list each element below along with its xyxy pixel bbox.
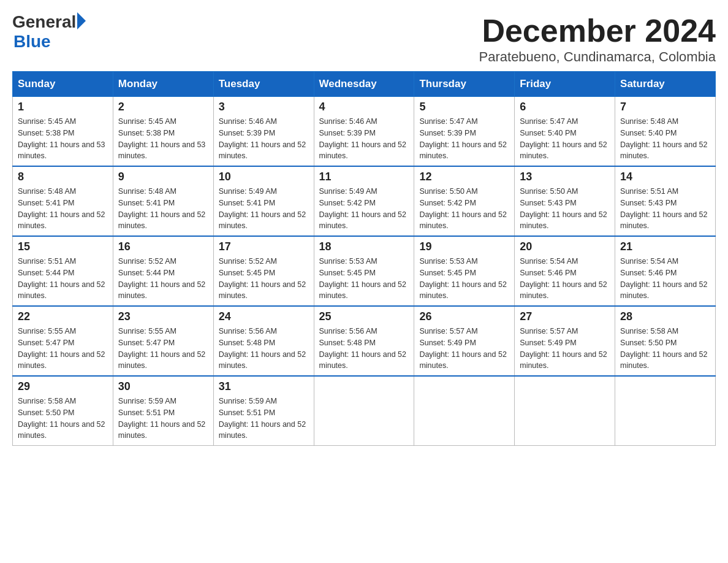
day-info: Sunrise: 5:52 AMSunset: 5:44 PMDaylight:…: [118, 256, 208, 302]
day-number: 4: [319, 101, 409, 113]
calendar-cell: 1Sunrise: 5:45 AMSunset: 5:38 PMDaylight…: [13, 97, 113, 167]
day-info: Sunrise: 5:48 AMSunset: 5:41 PMDaylight:…: [118, 186, 208, 232]
calendar-cell: 14Sunrise: 5:51 AMSunset: 5:43 PMDayligh…: [615, 166, 716, 236]
day-number: 26: [419, 310, 509, 323]
calendar-cell: 2Sunrise: 5:45 AMSunset: 5:38 PMDaylight…: [113, 97, 213, 167]
day-info: Sunrise: 5:55 AMSunset: 5:47 PMDaylight:…: [18, 326, 108, 372]
day-number: 22: [18, 310, 108, 323]
day-info: Sunrise: 5:56 AMSunset: 5:48 PMDaylight:…: [319, 326, 409, 372]
day-number: 5: [419, 101, 509, 113]
calendar-table: SundayMondayTuesdayWednesdayThursdayFrid…: [12, 71, 716, 446]
day-number: 11: [319, 170, 409, 183]
day-number: 16: [118, 240, 208, 253]
calendar-cell: 18Sunrise: 5:53 AMSunset: 5:45 PMDayligh…: [314, 236, 414, 306]
day-info: Sunrise: 5:53 AMSunset: 5:45 PMDaylight:…: [419, 256, 509, 302]
calendar-cell: 10Sunrise: 5:49 AMSunset: 5:41 PMDayligh…: [213, 166, 314, 236]
calendar-week-row: 22Sunrise: 5:55 AMSunset: 5:47 PMDayligh…: [13, 306, 716, 376]
day-number: 10: [219, 170, 309, 183]
calendar-cell: 28Sunrise: 5:58 AMSunset: 5:50 PMDayligh…: [615, 306, 716, 376]
day-info: Sunrise: 5:45 AMSunset: 5:38 PMDaylight:…: [18, 116, 108, 162]
calendar-cell: 30Sunrise: 5:59 AMSunset: 5:51 PMDayligh…: [113, 376, 213, 446]
calendar-cell: 11Sunrise: 5:49 AMSunset: 5:42 PMDayligh…: [314, 166, 414, 236]
day-number: 23: [118, 310, 208, 323]
day-number: 9: [118, 170, 208, 183]
calendar-cell: [515, 376, 615, 446]
page-header: General Blue December 2024 Paratebueno, …: [12, 12, 716, 65]
weekday-header-monday: Monday: [113, 72, 213, 97]
day-info: Sunrise: 5:54 AMSunset: 5:46 PMDaylight:…: [620, 256, 710, 302]
calendar-cell: [314, 376, 414, 446]
weekday-header-thursday: Thursday: [414, 72, 515, 97]
day-number: 24: [219, 310, 309, 323]
day-number: 14: [620, 170, 710, 183]
calendar-cell: 31Sunrise: 5:59 AMSunset: 5:51 PMDayligh…: [213, 376, 314, 446]
day-number: 8: [18, 170, 108, 183]
calendar-cell: 7Sunrise: 5:48 AMSunset: 5:40 PMDaylight…: [615, 97, 716, 167]
calendar-cell: 26Sunrise: 5:57 AMSunset: 5:49 PMDayligh…: [414, 306, 515, 376]
location-text: Paratebueno, Cundinamarca, Colombia: [479, 49, 716, 65]
day-info: Sunrise: 5:49 AMSunset: 5:41 PMDaylight:…: [219, 186, 309, 232]
logo-arrow-icon: [77, 12, 86, 29]
day-number: 19: [419, 240, 509, 253]
day-number: 13: [520, 170, 610, 183]
day-number: 17: [219, 240, 309, 253]
calendar-cell: 5Sunrise: 5:47 AMSunset: 5:39 PMDaylight…: [414, 97, 515, 167]
day-number: 12: [419, 170, 509, 183]
day-info: Sunrise: 5:48 AMSunset: 5:40 PMDaylight:…: [620, 116, 710, 162]
day-number: 6: [520, 101, 610, 113]
day-number: 18: [319, 240, 409, 253]
weekday-header-sunday: Sunday: [13, 72, 113, 97]
day-info: Sunrise: 5:48 AMSunset: 5:41 PMDaylight:…: [18, 186, 108, 232]
calendar-cell: 15Sunrise: 5:51 AMSunset: 5:44 PMDayligh…: [13, 236, 113, 306]
day-info: Sunrise: 5:59 AMSunset: 5:51 PMDaylight:…: [219, 396, 309, 442]
day-number: 21: [620, 240, 710, 253]
calendar-cell: 17Sunrise: 5:52 AMSunset: 5:45 PMDayligh…: [213, 236, 314, 306]
calendar-cell: 24Sunrise: 5:56 AMSunset: 5:48 PMDayligh…: [213, 306, 314, 376]
day-info: Sunrise: 5:59 AMSunset: 5:51 PMDaylight:…: [118, 396, 208, 442]
calendar-week-row: 29Sunrise: 5:58 AMSunset: 5:50 PMDayligh…: [13, 376, 716, 446]
day-info: Sunrise: 5:51 AMSunset: 5:43 PMDaylight:…: [620, 186, 710, 232]
calendar-cell: 20Sunrise: 5:54 AMSunset: 5:46 PMDayligh…: [515, 236, 615, 306]
calendar-cell: 23Sunrise: 5:55 AMSunset: 5:47 PMDayligh…: [113, 306, 213, 376]
day-info: Sunrise: 5:46 AMSunset: 5:39 PMDaylight:…: [219, 116, 309, 162]
logo-general-text: General: [12, 12, 76, 32]
day-info: Sunrise: 5:53 AMSunset: 5:45 PMDaylight:…: [319, 256, 409, 302]
calendar-cell: 13Sunrise: 5:50 AMSunset: 5:43 PMDayligh…: [515, 166, 615, 236]
day-number: 20: [520, 240, 610, 253]
day-info: Sunrise: 5:57 AMSunset: 5:49 PMDaylight:…: [419, 326, 509, 372]
day-info: Sunrise: 5:58 AMSunset: 5:50 PMDaylight:…: [18, 396, 108, 442]
day-number: 15: [18, 240, 108, 253]
weekday-header-tuesday: Tuesday: [213, 72, 314, 97]
calendar-cell: 16Sunrise: 5:52 AMSunset: 5:44 PMDayligh…: [113, 236, 213, 306]
day-info: Sunrise: 5:50 AMSunset: 5:42 PMDaylight:…: [419, 186, 509, 232]
calendar-cell: 4Sunrise: 5:46 AMSunset: 5:39 PMDaylight…: [314, 97, 414, 167]
day-info: Sunrise: 5:57 AMSunset: 5:49 PMDaylight:…: [520, 326, 610, 372]
day-info: Sunrise: 5:49 AMSunset: 5:42 PMDaylight:…: [319, 186, 409, 232]
logo-blue-text: Blue: [13, 32, 51, 52]
day-number: 1: [18, 101, 108, 113]
calendar-cell: 9Sunrise: 5:48 AMSunset: 5:41 PMDaylight…: [113, 166, 213, 236]
calendar-week-row: 1Sunrise: 5:45 AMSunset: 5:38 PMDaylight…: [13, 97, 716, 167]
weekday-header-wednesday: Wednesday: [314, 72, 414, 97]
weekday-header-friday: Friday: [515, 72, 615, 97]
day-info: Sunrise: 5:47 AMSunset: 5:39 PMDaylight:…: [419, 116, 509, 162]
day-info: Sunrise: 5:55 AMSunset: 5:47 PMDaylight:…: [118, 326, 208, 372]
day-number: 7: [620, 101, 710, 113]
calendar-cell: 6Sunrise: 5:47 AMSunset: 5:40 PMDaylight…: [515, 97, 615, 167]
day-info: Sunrise: 5:45 AMSunset: 5:38 PMDaylight:…: [118, 116, 208, 162]
day-number: 29: [18, 380, 108, 393]
calendar-week-row: 8Sunrise: 5:48 AMSunset: 5:41 PMDaylight…: [13, 166, 716, 236]
day-info: Sunrise: 5:56 AMSunset: 5:48 PMDaylight:…: [219, 326, 309, 372]
calendar-cell: 29Sunrise: 5:58 AMSunset: 5:50 PMDayligh…: [13, 376, 113, 446]
weekday-header-saturday: Saturday: [615, 72, 716, 97]
day-number: 27: [520, 310, 610, 323]
day-number: 28: [620, 310, 710, 323]
day-info: Sunrise: 5:47 AMSunset: 5:40 PMDaylight:…: [520, 116, 610, 162]
day-info: Sunrise: 5:46 AMSunset: 5:39 PMDaylight:…: [319, 116, 409, 162]
calendar-cell: 8Sunrise: 5:48 AMSunset: 5:41 PMDaylight…: [13, 166, 113, 236]
calendar-cell: 25Sunrise: 5:56 AMSunset: 5:48 PMDayligh…: [314, 306, 414, 376]
calendar-cell: 22Sunrise: 5:55 AMSunset: 5:47 PMDayligh…: [13, 306, 113, 376]
calendar-cell: 27Sunrise: 5:57 AMSunset: 5:49 PMDayligh…: [515, 306, 615, 376]
day-number: 31: [219, 380, 309, 393]
calendar-cell: 12Sunrise: 5:50 AMSunset: 5:42 PMDayligh…: [414, 166, 515, 236]
